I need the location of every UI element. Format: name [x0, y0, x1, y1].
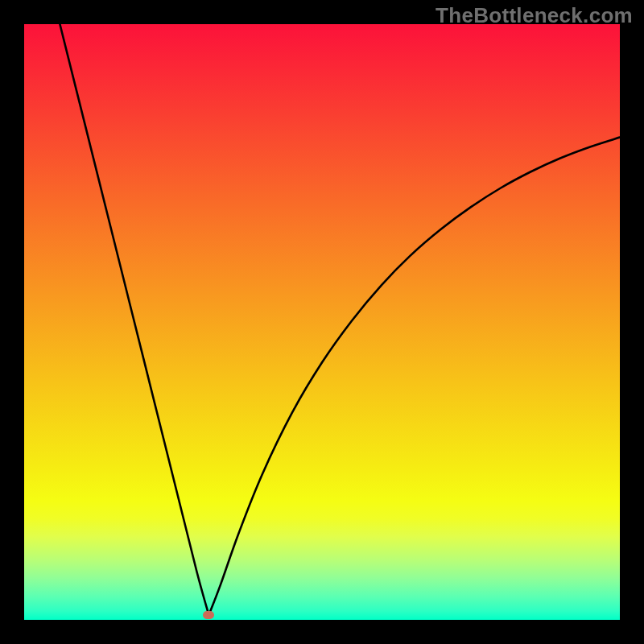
right-branch-path	[208, 138, 620, 615]
left-branch-path	[60, 24, 208, 615]
plot-area	[24, 24, 620, 620]
chart-frame: TheBottleneck.com	[0, 0, 644, 644]
curve-layer	[24, 24, 620, 620]
minimum-marker	[203, 611, 214, 619]
watermark-label: TheBottleneck.com	[436, 3, 633, 28]
